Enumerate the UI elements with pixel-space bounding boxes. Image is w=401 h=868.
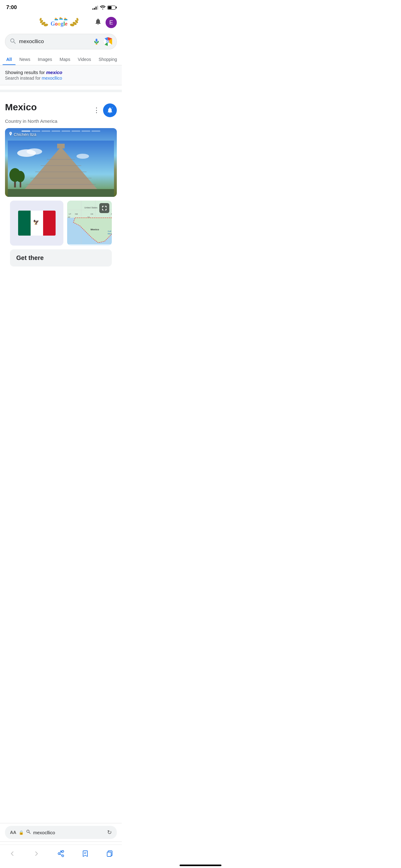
hero-location-tag: Chichén Itzá <box>9 132 36 137</box>
map-card[interactable]: Gulf of Mexico United States UT NM AZ OK… <box>67 200 112 246</box>
tab-images[interactable]: Images <box>34 54 56 65</box>
svg-text:+: + <box>109 109 110 112</box>
bell-icon[interactable] <box>94 18 102 27</box>
header-icons: E <box>94 17 117 28</box>
dot-3 <box>41 131 50 131</box>
search-right-icons <box>93 37 112 46</box>
svg-rect-34 <box>8 189 114 197</box>
status-time: 7:00 <box>6 4 17 11</box>
kp-title: Mexico <box>5 101 37 113</box>
svg-point-25 <box>27 148 42 155</box>
svg-text:TX: TX <box>88 216 90 218</box>
svg-text:United States: United States <box>84 207 98 209</box>
svg-point-26 <box>76 154 89 159</box>
svg-text:Mexico: Mexico <box>108 233 112 235</box>
separator <box>0 90 122 92</box>
hero-image[interactable]: Chichén Itzá <box>5 128 117 197</box>
svg-text:Gulf of: Gulf of <box>108 230 112 232</box>
corrected-word: mexico <box>46 70 63 75</box>
dot-2 <box>32 131 40 131</box>
search-query[interactable]: mexocllico <box>19 38 90 45</box>
mexico-flag: 🦅 <box>18 211 56 236</box>
svg-text:NM: NM <box>75 213 78 215</box>
spell-showing-text: Showing results for mexico <box>5 70 117 75</box>
svg-text:🏊: 🏊 <box>64 17 68 21</box>
svg-line-21 <box>112 107 112 108</box>
map-expand-button[interactable] <box>99 203 109 213</box>
original-query-link[interactable]: mexocllico <box>42 75 62 81</box>
more-options-button[interactable]: ⋮ <box>93 106 100 114</box>
mic-icon[interactable] <box>93 38 100 45</box>
svg-text:🏊: 🏊 <box>54 17 58 21</box>
knowledge-panel: Mexico ⋮ + Country in North America <box>0 97 122 267</box>
kp-header-right: ⋮ + <box>93 103 117 117</box>
svg-text:Google: Google <box>51 21 67 27</box>
tab-maps[interactable]: Maps <box>56 54 74 65</box>
flag-white-stripe: 🦅 <box>31 211 43 236</box>
svg-text:AZ: AZ <box>68 216 70 218</box>
flag-emblem: 🦅 <box>33 219 41 227</box>
svg-point-38 <box>16 171 25 182</box>
svg-text:🏊: 🏊 <box>59 16 63 20</box>
tab-news[interactable]: News <box>15 54 34 65</box>
status-bar: 7:00 <box>0 0 122 13</box>
signal-icon <box>93 5 98 10</box>
kp-subtitle: Country in North America <box>5 118 117 124</box>
search-bar-container: mexocllico <box>0 34 122 54</box>
flag-red-stripe <box>43 211 56 236</box>
create-alert-button[interactable]: + <box>103 103 117 117</box>
flag-green-stripe <box>18 211 31 236</box>
kp-header: Mexico ⋮ + <box>5 101 117 117</box>
main-content: Showing results for mexico Search instea… <box>0 65 122 323</box>
get-there-button[interactable]: Get there <box>10 249 112 267</box>
cards-row: 🦅 <box>5 200 117 246</box>
svg-line-13 <box>14 41 15 43</box>
tab-shopping[interactable]: Shopping <box>95 54 121 65</box>
dot-6 <box>71 131 80 131</box>
tab-videos[interactable]: Videos <box>74 54 95 65</box>
dot-4 <box>52 131 60 131</box>
svg-text:OK: OK <box>91 213 93 215</box>
svg-rect-33 <box>57 144 65 148</box>
svg-rect-14 <box>96 39 97 42</box>
user-avatar[interactable]: E <box>106 17 117 28</box>
status-icons <box>93 5 115 10</box>
dot-1 <box>22 131 30 131</box>
spell-instead: Search instead for mexocllico <box>5 75 117 81</box>
tab-bar: All News Images Maps Videos Shopping <box>0 54 122 65</box>
flag-card[interactable]: 🦅 <box>10 200 63 246</box>
svg-text:Mexico: Mexico <box>91 228 99 231</box>
dot-8 <box>92 131 100 131</box>
wifi-icon <box>100 5 106 10</box>
search-bar[interactable]: mexocllico <box>5 34 117 50</box>
svg-text:UT: UT <box>69 213 71 215</box>
battery-icon <box>107 6 115 10</box>
google-logo[interactable]: Google 🏊 🏊 🏊 <box>24 15 94 30</box>
search-icon <box>10 38 16 45</box>
svg-text:AR: AR <box>111 213 112 215</box>
spell-correction: Showing results for mexico Search instea… <box>0 65 122 85</box>
tab-all[interactable]: All <box>2 54 15 65</box>
dot-5 <box>62 131 70 131</box>
lens-icon[interactable] <box>103 37 112 46</box>
image-carousel-dots <box>22 131 100 131</box>
google-header: Google 🏊 🏊 🏊 E <box>0 13 122 34</box>
dot-7 <box>81 131 90 131</box>
